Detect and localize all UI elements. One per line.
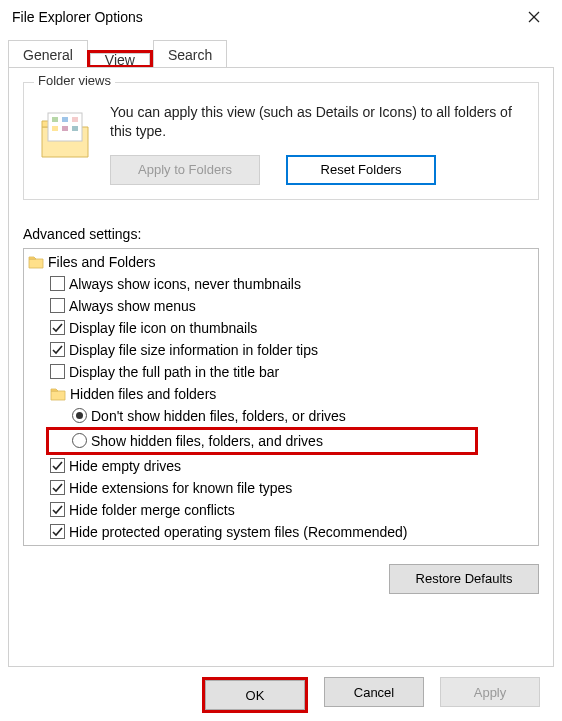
- advanced-settings-tree[interactable]: Files and Folders Always show icons, nev…: [23, 248, 539, 546]
- tree-item-label: Always show icons, never thumbnails: [69, 276, 301, 292]
- tab-search[interactable]: Search: [153, 40, 227, 68]
- tree-item[interactable]: Display file icon on thumbnails: [26, 317, 538, 339]
- tree-item[interactable]: Hide empty drives: [26, 455, 538, 477]
- cancel-button[interactable]: Cancel: [324, 677, 424, 707]
- tree-item-label: Hide empty drives: [69, 458, 181, 474]
- checkbox[interactable]: [50, 502, 65, 517]
- checkbox[interactable]: [50, 298, 65, 313]
- radio[interactable]: [72, 433, 87, 448]
- tab-general[interactable]: General: [8, 40, 88, 68]
- tree-root-label: Files and Folders: [48, 254, 155, 270]
- tab-strip: General View Search: [8, 38, 554, 68]
- tree-item[interactable]: Hide folder merge conflicts: [26, 499, 538, 521]
- tree-root: Files and Folders: [26, 251, 538, 273]
- apply-to-folders-button: Apply to Folders: [110, 155, 260, 185]
- apply-button: Apply: [440, 677, 540, 707]
- highlight-show-hidden: Show hidden files, folders, and drives: [46, 427, 478, 455]
- tree-radio-item[interactable]: Show hidden files, folders, and drives: [72, 430, 475, 452]
- restore-defaults-button[interactable]: Restore Defaults: [389, 564, 539, 594]
- tree-item[interactable]: Always show menus: [26, 295, 538, 317]
- tree-item-label: Hide folder merge conflicts: [69, 502, 235, 518]
- folder-icon: [28, 255, 44, 269]
- folder-views-text: You can apply this view (such as Details…: [110, 103, 524, 141]
- ok-button[interactable]: OK: [205, 680, 305, 710]
- tree-item-label: Hide extensions for known file types: [69, 480, 292, 496]
- checkbox[interactable]: [50, 342, 65, 357]
- svg-rect-7: [62, 126, 68, 131]
- tree-item[interactable]: Launch folder windows in a separate proc…: [26, 543, 538, 545]
- close-button[interactable]: [514, 3, 554, 31]
- tree-item-label: Display file icon on thumbnails: [69, 320, 257, 336]
- svg-rect-4: [62, 117, 68, 122]
- highlight-view-tab: View: [87, 50, 153, 68]
- window-title: File Explorer Options: [8, 9, 514, 25]
- tree-item[interactable]: Hide protected operating system files (R…: [26, 521, 538, 543]
- advanced-settings-label: Advanced settings:: [23, 226, 539, 242]
- checkbox[interactable]: [50, 480, 65, 495]
- tree-item[interactable]: Hide extensions for known file types: [26, 477, 538, 499]
- folder-icon: [50, 387, 66, 401]
- tab-page-view: Folder views You can apply this view (su…: [8, 67, 554, 667]
- svg-rect-3: [52, 117, 58, 122]
- tree-item-label: Don't show hidden files, folders, or dri…: [91, 408, 346, 424]
- tree-item[interactable]: Display file size information in folder …: [26, 339, 538, 361]
- tree-item-label: Always show menus: [69, 298, 196, 314]
- checkbox[interactable]: [50, 524, 65, 539]
- close-icon: [528, 11, 540, 23]
- svg-rect-5: [72, 117, 78, 122]
- folder-views-legend: Folder views: [34, 73, 115, 88]
- tree-item-label: Display the full path in the title bar: [69, 364, 279, 380]
- svg-rect-8: [72, 126, 78, 131]
- tree-item-label: Show hidden files, folders, and drives: [91, 433, 323, 449]
- tree-item[interactable]: Always show icons, never thumbnails: [26, 273, 538, 295]
- checkbox[interactable]: [50, 276, 65, 291]
- folder-views-icon: [38, 107, 94, 163]
- tree-item[interactable]: Display the full path in the title bar: [26, 361, 538, 383]
- tab-view[interactable]: View: [90, 53, 150, 65]
- checkbox[interactable]: [50, 458, 65, 473]
- tree-item-label: Hide protected operating system files (R…: [69, 524, 408, 540]
- radio[interactable]: [72, 408, 87, 423]
- checkbox[interactable]: [50, 320, 65, 335]
- tree-radio-item[interactable]: Don't show hidden files, folders, or dri…: [26, 405, 538, 427]
- tree-item-label: Display file size information in folder …: [69, 342, 318, 358]
- tree-group-label: Hidden files and folders: [70, 386, 216, 402]
- folder-views-group: Folder views You can apply this view (su…: [23, 82, 539, 200]
- tree-group-hidden: Hidden files and folders: [26, 383, 538, 405]
- checkbox[interactable]: [50, 364, 65, 379]
- highlight-ok: OK: [202, 677, 308, 713]
- reset-folders-button[interactable]: Reset Folders: [286, 155, 436, 185]
- svg-rect-6: [52, 126, 58, 131]
